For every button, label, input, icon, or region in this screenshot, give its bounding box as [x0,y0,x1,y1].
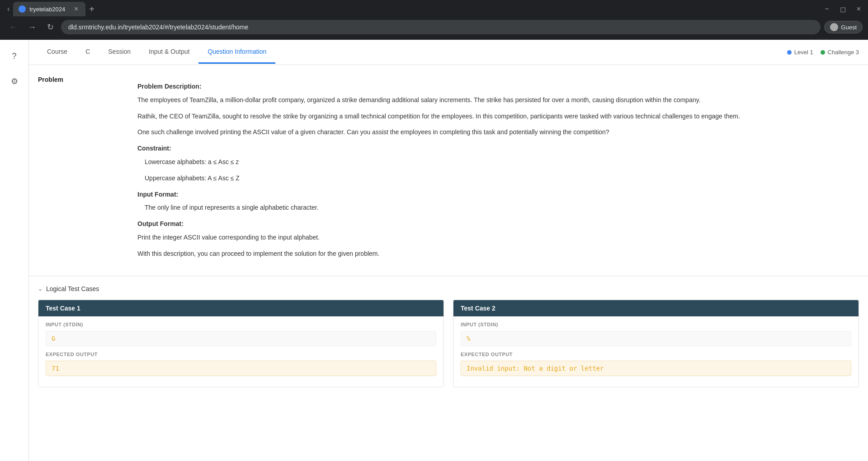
test-case-2-card: Test Case 2 INPUT (STDIN) % EXPECTED OUT… [453,300,859,387]
settings-button[interactable]: ⚙ [5,72,24,90]
test-case-1-input-value: G [46,331,436,346]
description-para1: The employees of TeamZilla, a million-do… [137,95,850,106]
description-para3: One such challenge involved printing the… [137,127,850,138]
maximize-button[interactable]: ◻ [836,3,849,15]
browser-tab[interactable]: tryetelab2024 × [13,2,85,16]
test-cases-section: ⌄ Logical Test Cases Test Case 1 INPUT (… [29,276,868,396]
tab-question-information[interactable]: Question Information [198,41,275,64]
test-cases-toggle[interactable]: ⌄ Logical Test Cases [38,285,859,292]
description-para2: Rathik, the CEO of TeamZilla, sought to … [137,111,850,122]
test-case-1-output-value: 71 [46,361,436,376]
test-case-1-card: Test Case 1 INPUT (STDIN) G EXPECTED OUT… [38,300,444,387]
app-container: ? ⚙ Course C Session Input & Output Ques… [0,40,868,461]
challenge-3-dot [821,50,825,55]
output-format-title: Output Format: [137,219,850,230]
toggle-chevron-icon: ⌄ [38,286,42,292]
closing-text: With this description, you can proceed t… [137,249,850,259]
description-title: Problem Description: [137,81,850,92]
challenge-3-indicator: Challenge 3 [821,49,859,56]
profile-label: Guest [841,24,857,31]
tab-session[interactable]: Session [99,41,140,64]
title-bar: ‹ tryetelab2024 × + − ◻ × [0,0,868,18]
help-button[interactable]: ? [5,47,24,65]
output-format-text: Print the integer ASCII value correspond… [137,232,850,243]
browser-chrome: ‹ tryetelab2024 × + − ◻ × ← → ↻ Guest [0,0,868,40]
test-case-2-output-value: Invalid input: Not a digit or letter [461,361,851,376]
constraint-2: Uppercase alphabets: A ≤ Asc ≤ Z [137,173,850,184]
input-format-text: The only line of input represents a sing… [137,202,850,213]
tab-input-output[interactable]: Input & Output [140,41,198,64]
test-case-2-header: Test Case 2 [453,300,859,316]
test-case-2-input-label: INPUT (STDIN) [461,322,851,327]
window-controls: − ◻ × [821,3,864,15]
test-case-1-body: INPUT (STDIN) G EXPECTED OUTPUT 71 [38,316,443,387]
input-format-title: Input Format: [137,189,850,200]
test-case-2-output-label: EXPECTED OUTPUT [461,352,851,357]
problem-content: Problem Description: The employees of Te… [137,76,868,265]
tab-expand-button[interactable]: ‹ [4,3,13,15]
level-1-dot [787,50,792,55]
address-bar: ← → ↻ Guest [0,18,868,36]
back-button[interactable]: ← [5,21,21,34]
close-button[interactable]: × [853,3,864,15]
tab-favicon [19,5,26,13]
level-1-label: Level 1 [794,49,813,56]
test-case-1-header: Test Case 1 [38,300,443,316]
level-indicators: Level 1 Challenge 3 [787,49,859,56]
profile-icon [830,23,838,31]
test-cases-toggle-label: Logical Test Cases [46,285,99,292]
constraint-1: Lowercase alphabets: a ≤ Asc ≤ z [137,157,850,168]
test-cases-grid: Test Case 1 INPUT (STDIN) G EXPECTED OUT… [38,300,859,387]
level-1-indicator: Level 1 [787,49,813,56]
forward-button[interactable]: → [24,21,40,34]
address-input[interactable] [61,20,821,34]
new-tab-button[interactable]: + [85,2,98,16]
problem-section: Problem Problem Description: The employe… [29,65,868,276]
nav-tabs: Course C Session Input & Output Question… [29,40,868,65]
challenge-3-label: Challenge 3 [828,49,859,56]
content-area[interactable]: Problem Problem Description: The employe… [29,65,868,461]
reload-button[interactable]: ↻ [43,20,57,34]
problem-label: Problem [29,76,137,265]
constraint-title: Constraint: [137,143,850,154]
help-icon: ? [12,52,16,61]
test-case-2-input-value: % [461,331,851,346]
main-content: Course C Session Input & Output Question… [29,40,868,461]
profile-button[interactable]: Guest [824,21,863,33]
tab-c[interactable]: C [76,41,99,64]
tab-close-button[interactable]: × [72,5,80,14]
minimize-button[interactable]: − [821,3,832,15]
tab-course[interactable]: Course [38,41,76,64]
left-sidebar: ? ⚙ [0,40,29,461]
test-case-1-output-label: EXPECTED OUTPUT [46,352,436,357]
settings-icon: ⚙ [11,76,18,86]
test-case-1-input-label: INPUT (STDIN) [46,322,436,327]
tab-title: tryetelab2024 [29,6,69,13]
test-case-2-body: INPUT (STDIN) % EXPECTED OUTPUT Invalid … [453,316,859,387]
